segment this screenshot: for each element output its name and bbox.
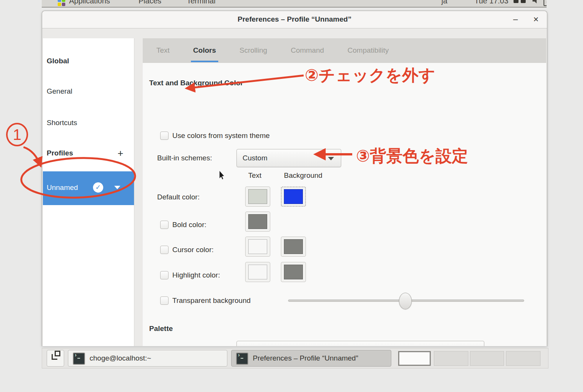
highlight-text-color: [248, 265, 267, 279]
tab-scrolling[interactable]: Scrolling: [237, 39, 269, 62]
default-text-color: [248, 189, 267, 204]
window-title: Preferences – Profile “Unnamed”: [42, 15, 547, 24]
cursor-background-color: [284, 239, 303, 254]
workspace-4[interactable]: [506, 351, 540, 366]
palette-schemes-value: Tango: [243, 346, 262, 346]
preferences-window: Preferences – Profile “Unnamed” – × Glob…: [42, 11, 547, 346]
use-system-theme-checkbox[interactable]: [160, 132, 169, 140]
sidebar-header-global: Global: [43, 53, 134, 69]
applications-menu-icon: [58, 0, 65, 6]
menu-places[interactable]: Places: [139, 0, 161, 5]
profile-menu-caret-icon[interactable]: [114, 186, 120, 189]
clock[interactable]: Tue 17:03: [474, 0, 508, 5]
cursor-color-label: Cursor color:: [172, 246, 214, 254]
sidebar-item-shortcuts[interactable]: Shortcuts: [43, 115, 134, 130]
cursor-background-color-swatch[interactable]: [281, 237, 306, 257]
default-background-color-swatch[interactable]: [281, 187, 306, 207]
workspace-2[interactable]: [434, 351, 468, 366]
sidebar-item-profile-unnamed[interactable]: Unnamed ✓: [43, 171, 134, 205]
default-background-color: [284, 189, 303, 204]
default-color-label: Default color:: [157, 193, 200, 201]
transparent-background-label: Transparent background: [172, 296, 251, 305]
close-button[interactable]: ×: [529, 13, 542, 25]
builtin-schemes-dropdown[interactable]: Custom: [236, 149, 341, 167]
cursor-color-checkbox[interactable]: [160, 246, 169, 254]
taskbar: choge@localhost:~ Preferences – Profile …: [42, 348, 548, 368]
palette-schemes-dropdown[interactable]: Tango: [236, 341, 484, 346]
highlight-text-color-swatch[interactable]: [245, 262, 270, 282]
menu-terminal[interactable]: Terminal: [187, 0, 216, 5]
volume-icon[interactable]: [533, 0, 539, 3]
chevron-down-icon: [328, 157, 334, 160]
annotation-step1-arrow: [24, 147, 41, 166]
tab-command[interactable]: Command: [288, 39, 326, 62]
transparent-background-checkbox[interactable]: [160, 296, 169, 305]
menu-applications[interactable]: Applications: [69, 0, 110, 5]
status-icon[interactable]: [514, 0, 518, 3]
highlight-background-color: [284, 265, 303, 279]
default-profile-check-icon: ✓: [93, 182, 103, 193]
window-list-button[interactable]: [47, 350, 64, 367]
taskbar-button-preferences[interactable]: Preferences – Profile “Unnamed”: [231, 350, 391, 367]
status-icon[interactable]: [521, 0, 526, 3]
workspace-3[interactable]: [470, 351, 504, 366]
default-text-color-swatch[interactable]: [245, 187, 270, 207]
minimize-button[interactable]: –: [509, 13, 522, 25]
tab-compatibility[interactable]: Compatibility: [345, 39, 391, 62]
palette-heading: Palette: [149, 325, 173, 333]
workspace-1[interactable]: [398, 351, 431, 366]
highlight-color-checkbox[interactable]: [160, 271, 169, 279]
annotation-step2-text: ②チェックを外す: [305, 64, 435, 86]
window-list-icon: [52, 354, 57, 360]
column-header-background: Background: [284, 171, 322, 180]
use-system-theme-label: Use colors from system theme: [172, 132, 270, 140]
highlight-background-color-swatch[interactable]: [281, 262, 306, 282]
tab-colors[interactable]: Colors: [191, 39, 218, 62]
terminal-icon: [73, 353, 85, 365]
transparency-slider-handle[interactable]: [399, 293, 412, 309]
titlebar[interactable]: Preferences – Profile “Unnamed” – ×: [42, 11, 547, 28]
bold-color-label: Bold color:: [172, 221, 206, 229]
cursor-text-color: [248, 239, 267, 254]
sidebar: Global General Shortcuts Profiles + Unna…: [43, 38, 134, 346]
bold-color-checkbox[interactable]: [160, 221, 169, 229]
taskbar-button-terminal[interactable]: choge@localhost:~: [68, 350, 227, 367]
annotation-step3-text: ③背景色を設定: [356, 145, 468, 167]
builtin-schemes-label: Built-in schemes:: [157, 154, 212, 162]
annotation-step1-circle: 1: [6, 123, 28, 146]
section-heading-text-background: Text and Background Color: [149, 79, 243, 87]
top-menubar: Applications Places Terminal ja Tue 17:0…: [42, 0, 547, 8]
cursor-text-color-swatch[interactable]: [245, 237, 270, 257]
sidebar-item-general[interactable]: General: [43, 84, 134, 99]
colors-tab-content: Text and Background Color Use colors fro…: [143, 63, 546, 346]
bold-color-swatch[interactable]: [245, 212, 270, 232]
add-profile-button[interactable]: +: [118, 146, 123, 161]
highlight-color-label: Highlight color:: [172, 271, 220, 279]
desktop-screenshot: Applications Places Terminal ja Tue 17:0…: [0, 0, 583, 392]
bold-color: [248, 214, 267, 229]
tab-text[interactable]: Text: [154, 39, 172, 62]
terminal-icon: [236, 353, 248, 365]
column-header-text: Text: [248, 171, 262, 180]
tab-bar: Text Colors Scrolling Command Compatibil…: [143, 38, 546, 63]
builtin-schemes-value: Custom: [243, 154, 267, 162]
sidebar-header-profiles: Profiles +: [43, 146, 134, 161]
profile-name: Unnamed: [47, 183, 78, 192]
tray-icon[interactable]: [544, 0, 547, 6]
keyboard-layout-indicator[interactable]: ja: [441, 0, 447, 5]
